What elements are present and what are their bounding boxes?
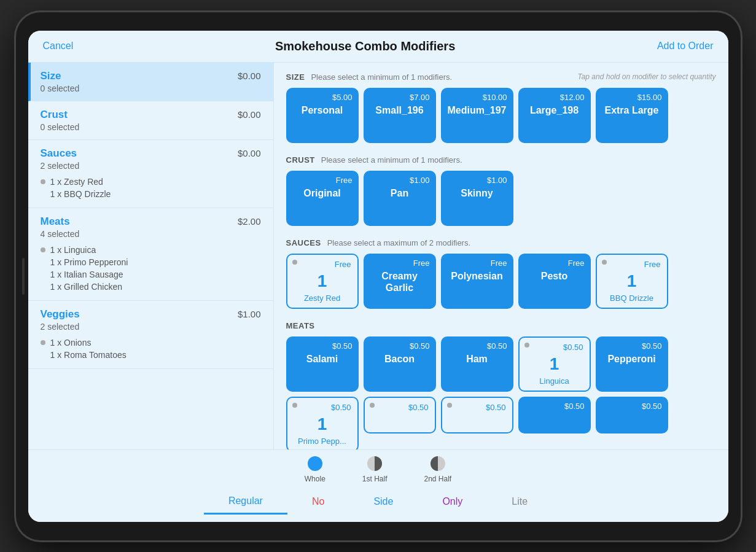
main-panel: SIZE Please select a minimum of 1 modifi…: [274, 63, 728, 449]
portion-whole[interactable]: Whole: [305, 455, 325, 483]
list-item: 1 x BBQ Drizzle: [41, 188, 261, 200]
second-half-icon: [429, 455, 446, 472]
meat-extra2-btn[interactable]: $0.50: [441, 397, 513, 433]
meat-salami-btn[interactable]: $0.50 Salami: [286, 336, 359, 392]
meats-section: MEATS $0.50 Salami $: [286, 321, 716, 449]
list-item: 1 x Zesty Red: [41, 176, 261, 188]
amount-regular-btn[interactable]: Regular: [204, 489, 287, 515]
dot-icon: [41, 340, 45, 345]
meat-extra3-btn[interactable]: $0.50: [518, 397, 591, 433]
sauces-selected-list: 1 x Zesty Red 1 x BBQ Drizzle: [41, 176, 261, 200]
dot-icon: [292, 403, 297, 408]
size-large-btn[interactable]: $12.00 Large_198: [518, 88, 591, 143]
dot-icon: [447, 403, 452, 408]
portion-first-half[interactable]: 1st Half: [362, 455, 388, 483]
content-area: Size $0.00 0 selected Crust $0.00 0 sele…: [28, 63, 728, 449]
add-to-order-button[interactable]: Add to Order: [657, 41, 714, 52]
list-item: 1 x Roma Tomatoes: [41, 349, 261, 361]
dot-icon: [524, 343, 529, 348]
meat-primo-pepp-btn[interactable]: $0.50 1 Primo Pepp...: [286, 397, 359, 449]
dot-icon: [602, 260, 607, 265]
list-item: 1 x Linguica: [41, 244, 261, 256]
svg-point-0: [308, 456, 322, 471]
portion-row: Whole 1st Half 2nd Half: [41, 455, 716, 483]
first-half-icon: [366, 455, 383, 472]
sidebar: Size $0.00 0 selected Crust $0.00 0 sele…: [28, 63, 274, 449]
size-medium-btn[interactable]: $10.00 Medium_197: [441, 88, 513, 143]
sauce-pesto-btn[interactable]: Free Pesto: [518, 254, 591, 309]
size-section: SIZE Please select a minimum of 1 modifi…: [286, 72, 716, 143]
crust-original-btn[interactable]: Free Original: [286, 171, 359, 226]
bottom-controls: Whole 1st Half 2nd Half: [28, 449, 728, 522]
dot-icon: [41, 179, 45, 184]
dot-icon: [41, 247, 45, 252]
page-title: Smokehouse Combo Modifiers: [275, 39, 455, 53]
size-small-btn[interactable]: $7.00 Small_196: [364, 88, 436, 143]
list-item: 1 x Italian Sausage: [41, 268, 261, 281]
crust-grid: Free Original $1.00 Pan: [286, 171, 716, 226]
meats-section-header: MEATS: [286, 321, 716, 330]
portion-second-half[interactable]: 2nd Half: [424, 455, 452, 483]
amount-only-btn[interactable]: Only: [418, 489, 487, 515]
amount-side-btn[interactable]: Side: [349, 489, 418, 515]
size-personal-btn[interactable]: $5.00 Personal: [286, 88, 359, 143]
crust-pan-btn[interactable]: $1.00 Pan: [364, 171, 436, 226]
cancel-button[interactable]: Cancel: [43, 41, 74, 52]
dot-icon: [292, 260, 297, 265]
sauce-zesty-red-btn[interactable]: Free 1 Zesty Red: [286, 254, 359, 309]
sidebar-item-size[interactable]: Size $0.00 0 selected: [28, 63, 273, 101]
sidebar-item-crust[interactable]: Crust $0.00 0 selected: [28, 101, 273, 140]
list-item: 1 x Primo Pepperoni: [41, 256, 261, 268]
sauces-section: SAUCES Please select a maximum of 2 modi…: [286, 238, 716, 309]
whole-icon: [306, 455, 324, 472]
crust-skinny-btn[interactable]: $1.00 Skinny: [441, 171, 513, 226]
meats-selected-list: 1 x Linguica 1 x Primo Pepperoni 1 x Ita…: [41, 244, 261, 293]
screen: Cancel Smokehouse Combo Modifiers Add to…: [28, 31, 728, 522]
sauce-polynesian-btn[interactable]: Free Polynesian: [441, 254, 513, 309]
sidebar-item-veggies[interactable]: Veggies $1.00 2 selected 1 x Onions 1 x …: [28, 301, 273, 369]
meat-linguica-btn[interactable]: $0.50 1 Linguica: [518, 336, 591, 392]
sauces-section-header: SAUCES Please select a maximum of 2 modi…: [286, 238, 716, 247]
size-xlarge-btn[interactable]: $15.00 Extra Large: [596, 88, 668, 143]
tablet-frame: Cancel Smokehouse Combo Modifiers Add to…: [16, 12, 741, 540]
crust-section-header: CRUST Please select a minimum of 1 modif…: [286, 155, 716, 165]
amount-row: Regular No Side Only Lite: [41, 489, 716, 515]
sauce-creamy-garlic-btn[interactable]: Free Creamy Garlic: [364, 254, 436, 309]
list-item: 1 x Onions: [41, 336, 261, 349]
meat-extra4-btn[interactable]: $0.50: [596, 397, 668, 433]
meat-extra1-btn[interactable]: $0.50: [364, 397, 436, 433]
meat-bacon-btn[interactable]: $0.50 Bacon: [364, 336, 436, 392]
sidebar-item-sauces[interactable]: Sauces $0.00 2 selected 1 x Zesty Red 1 …: [28, 140, 273, 208]
sauce-bbq-drizzle-btn[interactable]: Free 1 BBQ Drizzle: [596, 254, 668, 309]
meat-pepperoni-btn[interactable]: $0.50 Pepperoni: [596, 336, 668, 392]
amount-no-btn[interactable]: No: [287, 489, 349, 515]
size-grid: $5.00 Personal $7.00 Small_196: [286, 88, 716, 143]
sidebar-item-meats[interactable]: Meats $2.00 4 selected 1 x Linguica 1 x …: [28, 208, 273, 301]
meat-ham-btn[interactable]: $0.50 Ham: [441, 336, 513, 392]
sauces-grid: Free 1 Zesty Red Free Creamy Garlic: [286, 254, 716, 309]
list-item: 1 x Grilled Chicken: [41, 281, 261, 293]
dot-icon: [370, 403, 375, 408]
meats-grid: $0.50 Salami $0.50 Bacon: [286, 336, 716, 449]
header: Cancel Smokehouse Combo Modifiers Add to…: [28, 31, 728, 63]
size-section-header: SIZE Please select a minimum of 1 modifi…: [286, 72, 716, 82]
crust-section: CRUST Please select a minimum of 1 modif…: [286, 155, 716, 226]
veggies-selected-list: 1 x Onions 1 x Roma Tomatoes: [41, 336, 261, 361]
amount-lite-btn[interactable]: Lite: [487, 489, 552, 515]
